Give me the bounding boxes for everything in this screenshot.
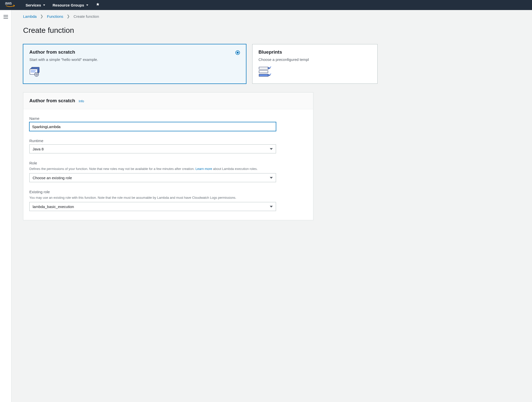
radio-selected-icon [235,50,240,55]
field-name: Name [29,116,307,131]
role-label: Role [29,161,307,165]
svg-rect-10 [259,71,268,73]
top-nav: aws Services Resource Groups [0,0,532,10]
nav-services-label: Services [26,3,41,7]
name-input[interactable] [29,122,276,131]
breadcrumb: Lambda ❯ Functions ❯ Create function [23,14,532,19]
chevron-right-icon: ❯ [40,14,43,19]
name-label: Name [29,116,307,121]
breadcrumb-functions[interactable]: Functions [47,14,63,19]
aws-logo[interactable]: aws [5,1,18,9]
field-role: Role Defines the permissions of your fun… [29,161,307,182]
creation-options: Author from scratch Start with a simple … [23,44,532,84]
field-existing-role: Existing role You may use an existing ro… [29,190,307,211]
scratch-icon [29,66,240,78]
info-link[interactable]: Info [79,99,84,103]
svg-text:aws: aws [5,1,12,5]
triangle-down-icon [270,177,273,179]
pin-icon[interactable] [96,3,100,8]
breadcrumb-current: Create function [73,14,99,19]
runtime-select[interactable]: Java 8 [29,144,276,153]
triangle-down-icon [270,206,273,208]
chevron-right-icon: ❯ [67,14,70,19]
hamburger-icon[interactable] [4,15,8,19]
nav-resource-groups-label: Resource Groups [53,3,84,7]
form-header-title: Author from scratch [29,98,75,104]
existing-role-label: Existing role [29,190,307,194]
chevron-down-icon [43,5,45,6]
nav-resource-groups[interactable]: Resource Groups [53,3,88,7]
sidebar-toggle-rail [0,10,12,402]
breadcrumb-lambda[interactable]: Lambda [23,14,37,19]
chevron-down-icon [86,5,88,6]
role-help: Defines the permissions of your function… [29,167,307,171]
existing-role-value: lambda_basic_execution [33,205,74,209]
option-scratch-desc: Start with a simple "hello world" exampl… [29,57,240,62]
nav-services[interactable]: Services [26,3,45,7]
option-blueprints[interactable]: Blueprints Choose a preconfigured templ [252,44,378,84]
triangle-down-icon [270,148,273,150]
form-header: Author from scratch Info [23,92,313,109]
learn-more-link[interactable]: Learn more [196,167,212,171]
blueprints-icon [258,66,371,78]
option-scratch-title: Author from scratch [29,49,240,55]
role-value: Choose an existing role [33,176,72,180]
page-title: Create function [23,26,532,35]
existing-role-select[interactable]: lambda_basic_execution [29,202,276,211]
svg-rect-9 [259,67,268,69]
runtime-value: Java 8 [33,147,44,151]
field-runtime: Runtime Java 8 [29,139,307,153]
option-blueprints-title: Blueprints [258,49,371,55]
existing-role-help: You may use an existing role with this f… [29,195,307,200]
option-blueprints-desc: Choose a preconfigured templ [258,57,371,62]
svg-rect-11 [259,74,268,76]
runtime-label: Runtime [29,139,307,143]
role-select[interactable]: Choose an existing role [29,173,276,182]
main-content: Lambda ❯ Functions ❯ Create function Cre… [12,10,532,402]
author-from-scratch-panel: Author from scratch Info Name Runtime Ja… [23,92,313,220]
option-author-from-scratch[interactable]: Author from scratch Start with a simple … [23,44,246,84]
